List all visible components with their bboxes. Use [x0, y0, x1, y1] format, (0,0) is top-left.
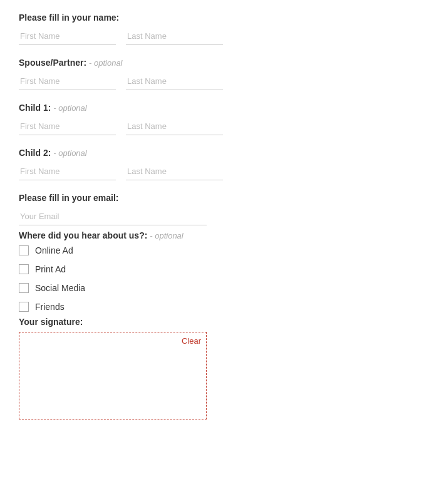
- child1-name-row: [19, 118, 420, 135]
- print-ad-checkbox[interactable]: [19, 264, 29, 274]
- last-name-input[interactable]: [126, 28, 223, 45]
- hear-optional: - optional: [150, 231, 183, 240]
- signature-section: Your signature: Clear: [19, 317, 420, 419]
- signature-canvas[interactable]: Clear: [19, 332, 207, 419]
- online-ad-label: Online Ad: [35, 245, 73, 255]
- checkbox-print-ad[interactable]: Print Ad: [19, 264, 420, 274]
- form-container: Please fill in your name: Spouse/Partner…: [0, 0, 439, 504]
- clear-button[interactable]: Clear: [182, 336, 201, 346]
- child2-last-name-input[interactable]: [126, 163, 223, 180]
- email-input[interactable]: [19, 208, 207, 225]
- first-name-input[interactable]: [19, 28, 116, 45]
- social-media-label: Social Media: [35, 283, 85, 293]
- spouse-first-name-input[interactable]: [19, 73, 116, 90]
- spouse-optional: - optional: [89, 58, 122, 68]
- spouse-name-row: [19, 73, 420, 90]
- checkbox-online-ad[interactable]: Online Ad: [19, 245, 420, 255]
- spouse-label: Spouse/Partner: - optional: [19, 58, 420, 68]
- child2-name-row: [19, 163, 420, 180]
- child2-label: Child 2: - optional: [19, 148, 420, 158]
- checkbox-group: Online Ad Print Ad Social Media Friends: [19, 245, 420, 312]
- spouse-last-name-input[interactable]: [126, 73, 223, 90]
- checkbox-friends[interactable]: Friends: [19, 302, 420, 312]
- friends-label: Friends: [35, 302, 65, 312]
- name-label: Please fill in your name:: [19, 13, 420, 23]
- name-row: [19, 28, 420, 45]
- child1-optional: - optional: [53, 103, 86, 113]
- child2-optional: - optional: [53, 148, 86, 158]
- hear-section: Where did you hear about us?: - optional…: [19, 230, 420, 312]
- spouse-section: Spouse/Partner: - optional: [19, 58, 420, 90]
- email-section: Please fill in your email:: [19, 193, 420, 225]
- print-ad-label: Print Ad: [35, 264, 66, 274]
- hear-label: Where did you hear about us?: - optional: [19, 230, 420, 240]
- social-media-checkbox[interactable]: [19, 283, 29, 293]
- child2-first-name-input[interactable]: [19, 163, 116, 180]
- friends-checkbox[interactable]: [19, 302, 29, 312]
- child1-section: Child 1: - optional: [19, 103, 420, 135]
- online-ad-checkbox[interactable]: [19, 245, 29, 255]
- child1-label: Child 1: - optional: [19, 103, 420, 113]
- child1-first-name-input[interactable]: [19, 118, 116, 135]
- checkbox-social-media[interactable]: Social Media: [19, 283, 420, 293]
- name-section: Please fill in your name:: [19, 13, 420, 45]
- child2-section: Child 2: - optional: [19, 148, 420, 180]
- email-label: Please fill in your email:: [19, 193, 420, 203]
- child1-last-name-input[interactable]: [126, 118, 223, 135]
- signature-label: Your signature:: [19, 317, 420, 327]
